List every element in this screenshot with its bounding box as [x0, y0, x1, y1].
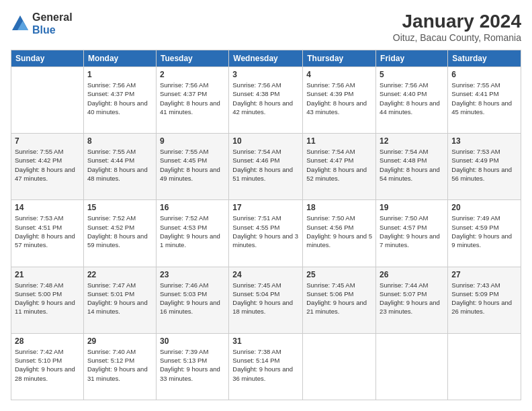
day-info: Sunrise: 7:55 AMSunset: 4:42 PMDaylight:… — [15, 147, 80, 183]
weekday-header-row: Sunday Monday Tuesday Wednesday Thursday… — [11, 50, 521, 67]
day-number: 31 — [232, 336, 299, 346]
day-info: Sunrise: 7:56 AMSunset: 4:39 PMDaylight:… — [306, 81, 372, 116]
title-location: Oituz, Bacau County, Romania — [393, 32, 521, 43]
calendar-cell: 31Sunrise: 7:38 AMSunset: 5:14 PMDayligh… — [229, 333, 303, 400]
day-info: Sunrise: 7:56 AMSunset: 4:37 PMDaylight:… — [87, 81, 152, 116]
title-month: January 2024 — [393, 11, 521, 32]
day-number: 12 — [380, 136, 444, 146]
day-info: Sunrise: 7:42 AMSunset: 5:10 PMDaylight:… — [15, 347, 80, 383]
day-info: Sunrise: 7:53 AMSunset: 4:49 PMDaylight:… — [451, 147, 517, 183]
header-wednesday: Wednesday — [229, 50, 303, 67]
logo-general: General — [32, 11, 73, 23]
page: General Blue January 2024 Oituz, Bacau C… — [0, 0, 532, 411]
day-info: Sunrise: 7:56 AMSunset: 4:38 PMDaylight:… — [232, 81, 299, 116]
day-info: Sunrise: 7:39 AMSunset: 5:13 PMDaylight:… — [160, 347, 225, 383]
calendar-cell: 23Sunrise: 7:46 AMSunset: 5:03 PMDayligh… — [156, 267, 228, 333]
calendar-cell: 8Sunrise: 7:55 AMSunset: 4:44 PMDaylight… — [83, 134, 156, 200]
calendar-cell: 9Sunrise: 7:55 AMSunset: 4:45 PMDaylight… — [156, 134, 228, 200]
day-info: Sunrise: 7:51 AMSunset: 4:55 PMDaylight:… — [232, 214, 299, 249]
day-number: 26 — [380, 270, 444, 279]
header-friday: Friday — [376, 50, 448, 67]
calendar-week-2: 7Sunrise: 7:55 AMSunset: 4:42 PMDaylight… — [11, 134, 521, 200]
day-number: 16 — [160, 203, 225, 212]
calendar-cell: 10Sunrise: 7:54 AMSunset: 4:46 PMDayligh… — [229, 134, 303, 200]
day-info: Sunrise: 7:40 AMSunset: 5:12 PMDaylight:… — [87, 347, 152, 383]
day-info: Sunrise: 7:50 AMSunset: 4:56 PMDaylight:… — [306, 214, 372, 249]
calendar-cell: 30Sunrise: 7:39 AMSunset: 5:13 PMDayligh… — [156, 333, 228, 400]
day-info: Sunrise: 7:54 AMSunset: 4:48 PMDaylight:… — [380, 147, 444, 183]
day-number: 8 — [87, 136, 152, 146]
day-number: 3 — [232, 70, 299, 79]
day-number: 24 — [232, 270, 299, 279]
day-number: 10 — [232, 136, 299, 146]
day-number: 28 — [15, 336, 80, 346]
day-info: Sunrise: 7:54 AMSunset: 4:46 PMDaylight:… — [232, 147, 299, 183]
day-info: Sunrise: 7:50 AMSunset: 4:57 PMDaylight:… — [380, 214, 444, 249]
day-number: 30 — [160, 336, 225, 346]
calendar-cell: 4Sunrise: 7:56 AMSunset: 4:39 PMDaylight… — [303, 67, 376, 134]
day-info: Sunrise: 7:52 AMSunset: 4:53 PMDaylight:… — [160, 214, 225, 249]
calendar-cell: 28Sunrise: 7:42 AMSunset: 5:10 PMDayligh… — [11, 333, 84, 400]
header-thursday: Thursday — [303, 50, 376, 67]
day-info: Sunrise: 7:43 AMSunset: 5:09 PMDaylight:… — [451, 281, 517, 316]
day-number: 14 — [15, 203, 80, 212]
day-number: 5 — [380, 70, 444, 79]
calendar-cell: 6Sunrise: 7:55 AMSunset: 4:41 PMDaylight… — [448, 67, 521, 134]
calendar-cell: 24Sunrise: 7:45 AMSunset: 5:04 PMDayligh… — [229, 267, 303, 333]
logo: General Blue — [11, 11, 73, 36]
day-info: Sunrise: 7:38 AMSunset: 5:14 PMDaylight:… — [232, 347, 299, 383]
header-monday: Monday — [83, 50, 156, 67]
calendar-cell: 20Sunrise: 7:49 AMSunset: 4:59 PMDayligh… — [448, 200, 521, 267]
day-info: Sunrise: 7:44 AMSunset: 5:07 PMDaylight:… — [380, 281, 444, 316]
calendar-cell — [376, 333, 448, 400]
day-number: 29 — [87, 336, 152, 346]
day-number: 2 — [160, 70, 225, 79]
day-info: Sunrise: 7:55 AMSunset: 4:41 PMDaylight:… — [451, 81, 517, 116]
calendar-cell: 5Sunrise: 7:56 AMSunset: 4:40 PMDaylight… — [376, 67, 448, 134]
calendar-cell: 2Sunrise: 7:56 AMSunset: 4:37 PMDaylight… — [156, 67, 228, 134]
calendar-cell: 26Sunrise: 7:44 AMSunset: 5:07 PMDayligh… — [376, 267, 448, 333]
calendar-cell: 22Sunrise: 7:47 AMSunset: 5:01 PMDayligh… — [83, 267, 156, 333]
day-number: 25 — [306, 270, 372, 279]
calendar-cell — [11, 67, 84, 134]
logo-blue: Blue — [32, 24, 56, 36]
calendar-week-4: 21Sunrise: 7:48 AMSunset: 5:00 PMDayligh… — [11, 267, 521, 333]
day-number: 19 — [380, 203, 444, 212]
day-info: Sunrise: 7:54 AMSunset: 4:47 PMDaylight:… — [306, 147, 372, 183]
calendar-cell: 21Sunrise: 7:48 AMSunset: 5:00 PMDayligh… — [11, 267, 84, 333]
day-number: 15 — [87, 203, 152, 212]
header: General Blue January 2024 Oituz, Bacau C… — [11, 11, 521, 43]
day-number: 13 — [451, 136, 517, 146]
day-number: 7 — [15, 136, 80, 146]
day-info: Sunrise: 7:47 AMSunset: 5:01 PMDaylight:… — [87, 281, 152, 316]
day-info: Sunrise: 7:45 AMSunset: 5:06 PMDaylight:… — [306, 281, 372, 316]
day-number: 6 — [451, 70, 517, 79]
day-number: 27 — [451, 270, 517, 279]
day-number: 4 — [306, 70, 372, 79]
calendar-week-1: 1Sunrise: 7:56 AMSunset: 4:37 PMDaylight… — [11, 67, 521, 134]
day-number: 22 — [87, 270, 152, 279]
calendar-cell: 27Sunrise: 7:43 AMSunset: 5:09 PMDayligh… — [448, 267, 521, 333]
header-tuesday: Tuesday — [156, 50, 228, 67]
day-info: Sunrise: 7:55 AMSunset: 4:45 PMDaylight:… — [160, 147, 225, 183]
day-number: 20 — [451, 203, 517, 212]
logo-text: General Blue — [32, 11, 73, 36]
calendar-cell: 29Sunrise: 7:40 AMSunset: 5:12 PMDayligh… — [83, 333, 156, 400]
calendar-cell: 3Sunrise: 7:56 AMSunset: 4:38 PMDaylight… — [229, 67, 303, 134]
day-number: 23 — [160, 270, 225, 279]
calendar-cell — [303, 333, 376, 400]
calendar-cell: 19Sunrise: 7:50 AMSunset: 4:57 PMDayligh… — [376, 200, 448, 267]
calendar-cell: 13Sunrise: 7:53 AMSunset: 4:49 PMDayligh… — [448, 134, 521, 200]
header-sunday: Sunday — [11, 50, 84, 67]
day-number: 17 — [232, 203, 299, 212]
calendar-cell: 18Sunrise: 7:50 AMSunset: 4:56 PMDayligh… — [303, 200, 376, 267]
calendar-cell — [448, 333, 521, 400]
day-info: Sunrise: 7:45 AMSunset: 5:04 PMDaylight:… — [232, 281, 299, 316]
day-number: 11 — [306, 136, 372, 146]
day-info: Sunrise: 7:48 AMSunset: 5:00 PMDaylight:… — [15, 281, 80, 316]
day-info: Sunrise: 7:49 AMSunset: 4:59 PMDaylight:… — [451, 214, 517, 249]
day-info: Sunrise: 7:55 AMSunset: 4:44 PMDaylight:… — [87, 147, 152, 183]
day-info: Sunrise: 7:52 AMSunset: 4:52 PMDaylight:… — [87, 214, 152, 249]
logo-icon — [11, 14, 30, 33]
day-number: 18 — [306, 203, 372, 212]
